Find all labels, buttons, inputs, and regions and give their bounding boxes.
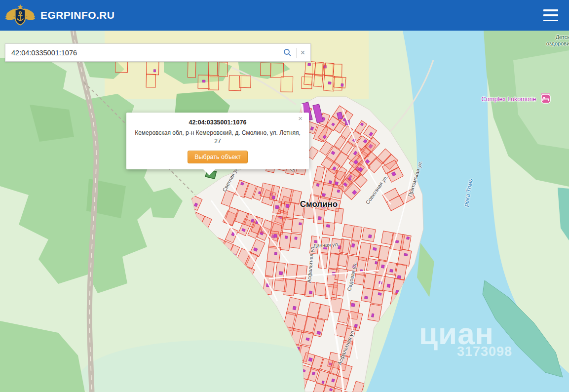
popup-close-button[interactable]: × — [295, 114, 305, 122]
search-input[interactable] — [5, 49, 279, 57]
search-bar: × — [5, 43, 311, 62]
search-button[interactable] — [279, 48, 296, 57]
search-icon — [283, 48, 292, 57]
resort-poi-icon[interactable] — [541, 94, 550, 103]
hamburger-icon — [543, 9, 558, 11]
brand-title: EGRPINFO.RU — [40, 9, 114, 21]
app-header: EGRPINFO.RU — [0, 0, 569, 31]
object-popup: × 42:04:0335001:1076 Кемеровская обл, р-… — [126, 113, 309, 169]
popup-tail — [203, 169, 215, 175]
clear-search-button[interactable]: × — [297, 48, 310, 57]
egrpinfo-logo-icon — [5, 3, 36, 27]
map-canvas[interactable]: Смолинорека ТомьComplex LukomorieДетский… — [0, 31, 569, 392]
popup-address: Кемеровская обл, р-н Кемеровский, д. Смо… — [134, 129, 301, 146]
menu-button[interactable] — [543, 9, 558, 21]
map-image — [0, 31, 569, 392]
select-object-button[interactable]: Выбрать объект — [188, 151, 248, 163]
popup-cadastral-number: 42:04:0335001:1076 — [134, 119, 301, 126]
